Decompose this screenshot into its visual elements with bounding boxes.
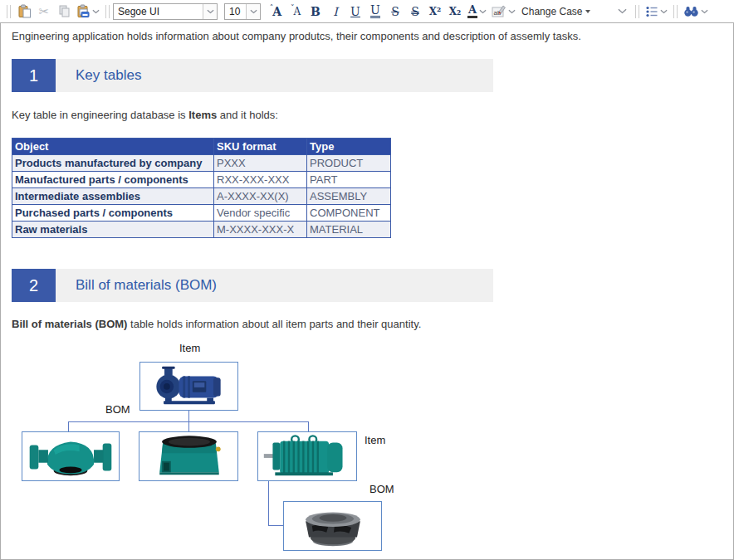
connector-line (268, 481, 269, 525)
electric-motor-image (257, 431, 357, 481)
bullet-list-button[interactable] (643, 2, 670, 21)
binoculars-icon (683, 5, 699, 17)
table-header-row: Object SKU format Type (12, 139, 391, 155)
double-strikethrough-button[interactable]: S (405, 2, 425, 21)
column-header: Type (307, 139, 391, 155)
chevron-down-icon (508, 9, 516, 14)
copy-button[interactable] (54, 2, 74, 21)
intro-paragraph: Engineering application holds informatio… (12, 30, 733, 42)
table-cell: PXXX (214, 155, 307, 172)
change-case-label: Change Case (521, 6, 582, 17)
section-number-badge: 1 (12, 59, 56, 92)
chevron-down-icon (701, 9, 708, 14)
italic-icon: I (333, 6, 338, 17)
grow-font-arrow: ˄ (270, 3, 274, 12)
table-row: Purchased parts / components Vendor spec… (12, 205, 391, 222)
font-name-select[interactable]: Segoe UI (113, 3, 218, 20)
table-cell: A-XXXX-XX(X) (214, 188, 307, 205)
table-cell: Products manufactured by company (12, 155, 214, 172)
document-editing-area[interactable]: Engineering application holds informatio… (0, 22, 734, 560)
shrink-font-icon: A (293, 7, 301, 17)
double-strikethrough-icon: S (411, 6, 419, 17)
table-cell: Purchased parts / components (12, 205, 214, 222)
bold-button[interactable]: B (306, 2, 325, 21)
table-cell: Manufactured parts / components (12, 172, 214, 188)
font-size-dropdown-button[interactable] (246, 4, 260, 19)
bom-paragraph: Bill of materials (BOM) table holds info… (12, 318, 733, 330)
rich-text-editor-window: ✂ Segoe UI (0, 0, 734, 560)
cut-button[interactable]: ✂ (34, 2, 54, 21)
connector-line (68, 421, 69, 431)
strikethrough-button[interactable]: S (385, 2, 405, 21)
highlight-button[interactable]: ab (489, 2, 518, 21)
font-color-icon: A (467, 4, 477, 18)
font-color-button[interactable]: A (465, 2, 489, 21)
table-cell: Intermediate assemblies (12, 188, 214, 205)
strikethrough-icon: S (391, 6, 399, 17)
bom-text-suffix: table holds information about all item p… (127, 318, 421, 330)
font-size-select[interactable]: 10 (224, 3, 261, 20)
underline-button[interactable]: U (345, 2, 365, 21)
toolbar-separator (105, 5, 110, 18)
table-cell: RXX-XXX-XXX (214, 172, 307, 188)
bom-text-bold: Bill of materials (BOM) (12, 318, 127, 330)
font-size-value: 10 (225, 6, 246, 17)
toolbar-separator (7, 5, 11, 18)
table-cell: COMPONENT (307, 205, 391, 222)
connector-line (188, 411, 189, 421)
pump-assembly-image (139, 362, 238, 411)
section-title-bar: Key tables (56, 59, 493, 92)
shrink-font-button[interactable]: ˅ A (286, 2, 306, 21)
pump-assembly-illustration (140, 363, 237, 410)
diagram-label-bom-left: BOM (105, 403, 130, 416)
chevron-down-icon (207, 9, 214, 14)
chevron-down-icon (660, 9, 668, 14)
subscript-button[interactable]: X₂ (445, 2, 465, 21)
key-table-paragraph: Key table in engineering database is Ite… (12, 109, 733, 121)
table-cell: Raw materials (12, 222, 214, 238)
subscript-icon: X₂ (449, 7, 462, 17)
superscript-button[interactable]: X² (425, 2, 445, 21)
diagram-label-item-right: Item (365, 434, 385, 446)
intro-text: Engineering application holds informatio… (12, 30, 581, 42)
connector-line (268, 525, 284, 526)
toolbar-overflow-button[interactable] (612, 2, 632, 21)
table-cell: ASSEMBLY (307, 188, 391, 205)
toolbar-separator (635, 5, 639, 18)
italic-button[interactable]: I (325, 2, 345, 21)
bold-icon: B (311, 6, 321, 17)
paste-button[interactable] (14, 2, 34, 21)
connector-line (308, 421, 309, 431)
section-number-badge: 2 (12, 269, 56, 302)
table-cell: PART (307, 172, 391, 188)
change-case-button[interactable]: Change Case (518, 2, 594, 21)
chevron-down-icon (618, 8, 627, 14)
scissors-icon: ✂ (39, 4, 50, 19)
table-row: Products manufactured by company PXXX PR… (12, 155, 391, 172)
shrink-font-arrow: ˅ (291, 3, 295, 12)
table-row: Intermediate assemblies A-XXXX-XX(X) ASS… (12, 188, 391, 205)
paste-icon (17, 4, 32, 18)
table-row: Manufactured parts / components RXX-XXX-… (12, 172, 391, 188)
section-title: Key tables (76, 67, 141, 84)
section-title: Bill of materials (BOM) (76, 277, 217, 294)
bullet-list-icon (645, 5, 658, 18)
underline-icon: U (350, 6, 360, 17)
chevron-down-icon (92, 9, 100, 14)
table-row: Raw materials M-XXXX-XXX-X MATERIAL (12, 222, 391, 238)
double-underline-button[interactable]: U (365, 2, 385, 21)
electric-motor-illustration (258, 432, 356, 480)
bom-diagram: Item B (1, 338, 733, 556)
column-header: Object (12, 139, 214, 155)
formatting-toolbar: ✂ Segoe UI (0, 0, 734, 22)
grow-font-button[interactable]: ˄ A (266, 2, 286, 21)
font-name-value: Segoe UI (114, 6, 203, 17)
double-underline-icon: U (370, 4, 380, 18)
pump-casing-image (22, 431, 120, 481)
paste-special-button[interactable] (74, 2, 102, 21)
key-table-text-suffix: and it holds: (217, 109, 278, 121)
find-button[interactable] (681, 2, 711, 21)
font-name-dropdown-button[interactable] (203, 4, 217, 19)
superscript-icon: X² (429, 7, 442, 17)
table-cell: Vendor specific (214, 205, 307, 222)
